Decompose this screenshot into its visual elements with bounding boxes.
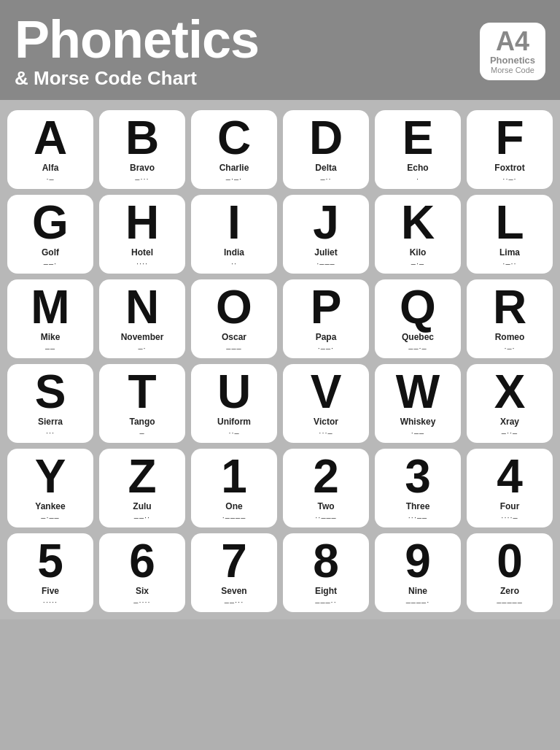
card-morse: ·– bbox=[46, 174, 54, 183]
card-morse: ––––· bbox=[406, 598, 430, 606]
card-letter: O bbox=[216, 284, 252, 330]
card-morse: ···– bbox=[319, 428, 332, 437]
card-name: Echo bbox=[407, 163, 428, 173]
phonetic-card-u: UUniform··– bbox=[191, 364, 277, 443]
header-subtitle: & Morse Code Chart bbox=[15, 67, 259, 90]
card-name: Six bbox=[136, 586, 149, 596]
card-name: Hotel bbox=[131, 247, 153, 258]
card-name: Yankee bbox=[35, 501, 65, 511]
card-morse: –– bbox=[45, 344, 55, 352]
card-morse: ·–– bbox=[411, 428, 424, 437]
card-name: Delta bbox=[315, 163, 336, 173]
card-name: Uniform bbox=[217, 417, 251, 427]
card-name: November bbox=[121, 332, 164, 342]
card-letter: 5 bbox=[37, 538, 63, 584]
card-morse: ·––· bbox=[318, 344, 334, 352]
card-letter: 2 bbox=[313, 453, 339, 500]
card-morse: –·–· bbox=[226, 174, 242, 183]
card-morse: –––·· bbox=[315, 598, 336, 606]
card-letter: G bbox=[32, 199, 69, 246]
card-letter: 4 bbox=[497, 453, 523, 500]
card-letter: Y bbox=[35, 453, 66, 500]
card-letter: M bbox=[31, 284, 69, 330]
card-name: Bravo bbox=[130, 163, 155, 173]
card-morse: –··– bbox=[502, 428, 518, 437]
card-morse: ···–– bbox=[408, 513, 427, 522]
card-letter: F bbox=[495, 115, 524, 161]
phonetic-card-t: TTango– bbox=[99, 364, 185, 443]
phonetic-card-f: FFoxtrot··–· bbox=[467, 110, 553, 189]
card-name: Lima bbox=[499, 247, 520, 258]
card-letter: I bbox=[228, 199, 241, 246]
card-morse: ––··· bbox=[225, 598, 244, 606]
card-letter: D bbox=[309, 115, 343, 161]
card-name: Charlie bbox=[219, 163, 249, 173]
phonetic-card-k: KKilo–·– bbox=[375, 195, 461, 274]
card-morse: ····· bbox=[43, 598, 58, 606]
card-letter: H bbox=[125, 199, 159, 246]
phonetic-card-r: RRomeo·–· bbox=[467, 279, 553, 358]
card-morse: ·· bbox=[231, 259, 237, 268]
phonetic-card-a: AAlfa·– bbox=[7, 110, 93, 189]
phonetic-card-e: EEcho· bbox=[375, 110, 461, 189]
card-morse: ·–––– bbox=[222, 513, 246, 522]
card-name: Tango bbox=[129, 417, 155, 427]
card-morse: ·–·· bbox=[502, 259, 516, 268]
card-letter: A bbox=[34, 115, 67, 161]
card-name: Alfa bbox=[42, 163, 59, 173]
phonetic-card-n: NNovember–· bbox=[99, 279, 185, 358]
card-name: Oscar bbox=[222, 332, 246, 342]
phonetic-card-1: 1One·–––– bbox=[191, 449, 277, 527]
card-letter: K bbox=[401, 199, 435, 246]
card-letter: V bbox=[311, 368, 342, 415]
card-morse: · bbox=[416, 174, 419, 183]
phonetic-card-v: VVictor···– bbox=[283, 364, 369, 443]
card-name: Seven bbox=[221, 586, 246, 596]
card-name: Papa bbox=[316, 332, 337, 342]
card-name: Mike bbox=[41, 332, 61, 342]
card-name: Nine bbox=[408, 586, 427, 596]
card-name: Zulu bbox=[133, 501, 151, 511]
card-morse: ––––– bbox=[497, 598, 523, 606]
card-morse: ––· bbox=[44, 259, 57, 268]
phonetic-card-6: 6Six–···· bbox=[99, 533, 185, 612]
card-letter: W bbox=[396, 368, 440, 415]
phonetic-card-9: 9Nine––––· bbox=[375, 533, 461, 612]
card-name: Kilo bbox=[410, 247, 427, 258]
phonetic-card-0: 0Zero––––– bbox=[467, 533, 553, 612]
card-morse: ––– bbox=[226, 344, 241, 352]
card-letter: L bbox=[495, 199, 524, 246]
phonetic-card-b: BBravo–··· bbox=[99, 110, 185, 189]
phonetic-card-q: QQuebec––·– bbox=[375, 279, 461, 358]
header-left: Phonetics & Morse Code Chart bbox=[15, 13, 259, 90]
card-morse: – bbox=[139, 428, 144, 437]
card-letter: 6 bbox=[129, 538, 155, 584]
header: Phonetics & Morse Code Chart A4 Phonetic… bbox=[0, 0, 560, 100]
card-name: Xray bbox=[500, 417, 519, 427]
card-morse: ··–· bbox=[502, 174, 516, 183]
card-morse: ––·– bbox=[408, 344, 427, 352]
header-title: Phonetics bbox=[15, 13, 259, 66]
card-name: Juliet bbox=[314, 247, 337, 258]
card-name: Foxtrot bbox=[494, 163, 524, 173]
phonetic-card-2: 2Two··––– bbox=[283, 449, 369, 527]
phonetic-card-7: 7Seven––··· bbox=[191, 533, 277, 612]
phonetic-card-x: XXray–··– bbox=[467, 364, 553, 443]
card-morse: ··· bbox=[46, 428, 55, 437]
phonetic-card-c: CCharlie–·–· bbox=[191, 110, 277, 189]
card-letter: X bbox=[494, 368, 526, 415]
phonetic-card-4: 4Four····– bbox=[467, 449, 553, 527]
card-letter: J bbox=[313, 199, 339, 246]
card-letter: N bbox=[125, 284, 159, 330]
card-morse: ·–· bbox=[504, 344, 515, 352]
card-letter: P bbox=[311, 284, 342, 330]
card-letter: B bbox=[125, 115, 159, 161]
phonetic-card-j: JJuliet·––– bbox=[283, 195, 369, 274]
card-letter: R bbox=[493, 284, 526, 330]
card-letter: 0 bbox=[497, 538, 523, 584]
card-morse: –·– bbox=[411, 259, 424, 268]
card-morse: –· bbox=[138, 344, 146, 352]
phonetic-card-s: SSierra··· bbox=[7, 364, 93, 443]
card-letter: U bbox=[217, 368, 251, 415]
grid-container: AAlfa·–BBravo–···CCharlie–·–·DDelta–··EE… bbox=[0, 100, 560, 619]
